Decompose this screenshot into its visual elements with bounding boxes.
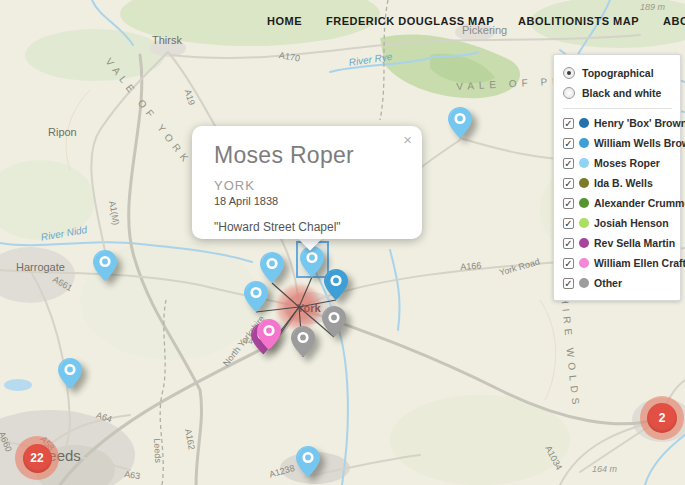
legend-person-william-wells-brown[interactable]: ✓William Wells Brown xyxy=(563,133,672,153)
base-layer-label: Black and white xyxy=(582,87,661,99)
map-label: A170 xyxy=(278,50,300,64)
map-label: Harrogate xyxy=(16,261,65,273)
map-label: A166 xyxy=(460,261,482,272)
cluster-origin-highlight xyxy=(275,283,323,331)
abolitionists-map-page: ThirskPickeringRiponHarrogateYorkLeedsVA… xyxy=(0,0,685,485)
popup-title: Moses Roper xyxy=(214,142,402,169)
legend-person-josiah-henson[interactable]: ✓Josiah Henson xyxy=(563,213,672,233)
checkbox-icon[interactable]: ✓ xyxy=(563,138,574,149)
map-pin-moses-roper[interactable] xyxy=(58,358,82,389)
color-dot-icon xyxy=(579,258,589,268)
color-dot-icon xyxy=(579,118,589,128)
checkbox-icon[interactable]: ✓ xyxy=(563,278,574,289)
color-dot-icon xyxy=(579,138,589,148)
map-pin-moses-roper[interactable] xyxy=(260,252,284,283)
color-dot-icon xyxy=(579,218,589,228)
map-pin-moses-roper[interactable] xyxy=(244,281,268,312)
map-label: A1034 xyxy=(543,444,564,472)
map-label: A661 xyxy=(51,274,74,293)
checkbox-icon[interactable]: ✓ xyxy=(563,238,574,249)
person-label: Ida B. Wells xyxy=(594,177,653,189)
legend-person-ida-b-wells[interactable]: ✓Ida B. Wells xyxy=(563,173,672,193)
map-label: River Nidd xyxy=(40,224,88,243)
person-label: William Ellen Craft xyxy=(594,257,685,269)
map-pin-other[interactable] xyxy=(291,326,315,357)
base-layer-option-black-and-white[interactable]: Black and white xyxy=(563,83,672,103)
checkbox-icon[interactable]: ✓ xyxy=(563,158,574,169)
color-dot-icon xyxy=(579,178,589,188)
map-label: Leeds xyxy=(152,438,163,463)
nav-item-about[interactable]: ABOUT xyxy=(663,15,685,27)
marker-cluster[interactable]: 22 xyxy=(15,436,59,480)
person-label: William Wells Brown xyxy=(594,137,685,149)
map-label: 164 m xyxy=(592,464,617,474)
legend-person-rev-sella-martin[interactable]: ✓Rev Sella Martin xyxy=(563,233,672,253)
popup-note: "Howard Street Chapel" xyxy=(214,220,402,234)
popup-location: YORK xyxy=(214,178,402,193)
checkbox-icon[interactable]: ✓ xyxy=(563,258,574,269)
map-label: River Rye xyxy=(348,51,393,68)
legend-person-other[interactable]: ✓Other xyxy=(563,273,672,293)
nav-item-frederick-douglass-map[interactable]: FREDERICK DOUGLASS MAP xyxy=(326,15,494,27)
color-dot-icon xyxy=(579,238,589,248)
nav-item-abolitionists-map[interactable]: ABOLITIONISTS MAP xyxy=(518,15,639,27)
radio-icon[interactable] xyxy=(563,67,575,79)
person-label: Josiah Henson xyxy=(594,217,669,229)
map-label: A19 xyxy=(182,88,196,106)
checkbox-icon[interactable]: ✓ xyxy=(563,198,574,209)
checkbox-icon[interactable]: ✓ xyxy=(563,218,574,229)
color-dot-icon xyxy=(579,198,589,208)
legend-divider xyxy=(563,108,672,109)
person-label: Other xyxy=(594,277,622,289)
map-label: A63 xyxy=(124,469,141,481)
map-label: A1(M) xyxy=(107,200,121,226)
map-pin-other[interactable] xyxy=(322,306,346,337)
legend-person-alexander-crummell[interactable]: ✓Alexander Crummell xyxy=(563,193,672,213)
map-pin-william-wells-brown[interactable] xyxy=(324,269,348,300)
legend-person-moses-roper[interactable]: ✓Moses Roper xyxy=(563,153,672,173)
map-pin-moses-roper[interactable] xyxy=(300,246,324,277)
person-label: Rev Sella Martin xyxy=(594,237,675,249)
base-layer-option-topographical[interactable]: Topographical xyxy=(563,63,672,83)
map-label: York Road xyxy=(498,257,541,278)
map-pin-moses-roper[interactable] xyxy=(448,107,472,138)
person-label: Henry 'Box' Brown xyxy=(594,117,685,129)
color-dot-icon xyxy=(579,278,589,288)
map-label: VALE OF YORK xyxy=(103,56,193,167)
checkbox-icon[interactable]: ✓ xyxy=(563,118,574,129)
main-nav: HOMEFREDERICK DOUGLASS MAPABOLITIONISTS … xyxy=(267,15,685,27)
popup-date: 18 April 1838 xyxy=(214,195,402,207)
base-layer-label: Topographical xyxy=(582,67,654,79)
marker-cluster[interactable]: 2 xyxy=(640,396,684,440)
map-label: A1238 xyxy=(268,463,296,480)
map-label: A660 xyxy=(0,430,14,453)
legend-person-henry-box-brown[interactable]: ✓Henry 'Box' Brown xyxy=(563,113,672,133)
map-label: A64 xyxy=(95,410,113,424)
map-label: A162 xyxy=(183,428,197,450)
close-icon[interactable]: × xyxy=(403,132,412,147)
map-label: HIRE WOLDS xyxy=(559,296,582,410)
cluster-count: 2 xyxy=(647,403,677,433)
map-label: Ripon xyxy=(48,126,77,138)
cluster-count: 22 xyxy=(23,444,52,473)
marker-popup: × Moses Roper YORK 18 April 1838 "Howard… xyxy=(192,126,422,239)
legend-panel: TopographicalBlack and white ✓Henry 'Box… xyxy=(553,54,681,301)
map-label: 189 m xyxy=(640,2,665,12)
map-pin-moses-roper[interactable] xyxy=(93,250,117,281)
nav-item-home[interactable]: HOME xyxy=(267,15,302,27)
person-label: Moses Roper xyxy=(594,157,660,169)
radio-icon[interactable] xyxy=(563,87,575,99)
map-pin-william-ellen-craft[interactable] xyxy=(257,319,281,350)
person-label: Alexander Crummell xyxy=(594,197,685,209)
map-pin-moses-roper[interactable] xyxy=(296,446,320,477)
legend-person-william-ellen-craft[interactable]: ✓William Ellen Craft xyxy=(563,253,672,273)
color-dot-icon xyxy=(579,158,589,168)
map-label: Thirsk xyxy=(152,34,182,46)
checkbox-icon[interactable]: ✓ xyxy=(563,178,574,189)
